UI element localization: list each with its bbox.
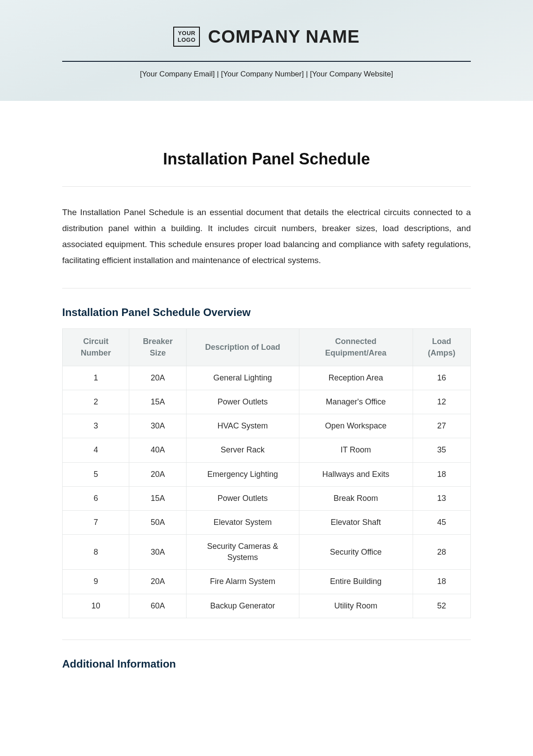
separator-1: | bbox=[215, 70, 221, 78]
table-row: 215APower OutletsManager's Office12 bbox=[63, 390, 471, 414]
table-cell: 12 bbox=[413, 390, 471, 414]
table-cell: 40A bbox=[129, 438, 187, 462]
table-cell: 27 bbox=[413, 414, 471, 438]
table-cell: Security Cameras & Systems bbox=[186, 535, 299, 570]
table-cell: 20A bbox=[129, 570, 187, 594]
table-cell: 20A bbox=[129, 366, 187, 390]
contact-website: [Your Company Website] bbox=[310, 70, 393, 78]
table-cell: Elevator System bbox=[186, 510, 299, 534]
col-circuit-number: Circuit Number bbox=[63, 329, 129, 366]
additional-heading: Additional Information bbox=[62, 658, 471, 670]
intro-paragraph: The Installation Panel Schedule is an es… bbox=[62, 204, 471, 268]
table-cell: 45 bbox=[413, 510, 471, 534]
table-row: 440AServer RackIT Room35 bbox=[63, 438, 471, 462]
table-cell: Open Workspace bbox=[299, 414, 413, 438]
table-cell: 9 bbox=[63, 570, 129, 594]
table-cell: Reception Area bbox=[299, 366, 413, 390]
page-title: Installation Panel Schedule bbox=[62, 150, 471, 168]
title-divider bbox=[62, 186, 471, 187]
table-cell: 3 bbox=[63, 414, 129, 438]
table-cell: 10 bbox=[63, 594, 129, 618]
table-cell: 1 bbox=[63, 366, 129, 390]
table-row: 920AFire Alarm SystemEntire Building18 bbox=[63, 570, 471, 594]
table-cell: Fire Alarm System bbox=[186, 570, 299, 594]
table-cell: IT Room bbox=[299, 438, 413, 462]
table-cell: 13 bbox=[413, 486, 471, 510]
table-cell: 35 bbox=[413, 438, 471, 462]
table-cell: Security Office bbox=[299, 535, 413, 570]
content: Installation Panel Schedule The Installa… bbox=[62, 101, 471, 707]
logo-line-1: YOUR bbox=[178, 30, 195, 36]
company-name: COMPANY NAME bbox=[208, 27, 360, 47]
separator-2: | bbox=[304, 70, 310, 78]
table-cell: Server Rack bbox=[186, 438, 299, 462]
table-cell: 30A bbox=[129, 414, 187, 438]
contact-line: [Your Company Email] | [Your Company Num… bbox=[62, 70, 471, 79]
table-row: 120AGeneral LightingReception Area16 bbox=[63, 366, 471, 390]
table-row: 1060ABackup GeneratorUtility Room52 bbox=[63, 594, 471, 618]
table-cell: 20A bbox=[129, 462, 187, 486]
table-cell: 52 bbox=[413, 594, 471, 618]
table-cell: Hallways and Exits bbox=[299, 462, 413, 486]
table-cell: 16 bbox=[413, 366, 471, 390]
col-description: Description of Load bbox=[186, 329, 299, 366]
contact-email: [Your Company Email] bbox=[140, 70, 215, 78]
header-inner: YOUR LOGO COMPANY NAME [Your Company Ema… bbox=[62, 27, 471, 79]
table-cell: 28 bbox=[413, 535, 471, 570]
header-band: YOUR LOGO COMPANY NAME [Your Company Ema… bbox=[0, 0, 533, 101]
table-cell: Elevator Shaft bbox=[299, 510, 413, 534]
table-divider bbox=[62, 640, 471, 640]
table-cell: 60A bbox=[129, 594, 187, 618]
table-row: 830ASecurity Cameras & SystemsSecurity O… bbox=[63, 535, 471, 570]
table-header-row: Circuit Number Breaker Size Description … bbox=[63, 329, 471, 366]
table-cell: 4 bbox=[63, 438, 129, 462]
overview-heading: Installation Panel Schedule Overview bbox=[62, 306, 471, 319]
table-cell: Backup Generator bbox=[186, 594, 299, 618]
header-divider bbox=[62, 61, 471, 62]
table-cell: HVAC System bbox=[186, 414, 299, 438]
table-cell: 5 bbox=[63, 462, 129, 486]
table-row: 520AEmergency LightingHallways and Exits… bbox=[63, 462, 471, 486]
table-row: 330AHVAC SystemOpen Workspace27 bbox=[63, 414, 471, 438]
table-cell: 18 bbox=[413, 462, 471, 486]
table-cell: 15A bbox=[129, 390, 187, 414]
table-cell: Manager's Office bbox=[299, 390, 413, 414]
intro-divider bbox=[62, 288, 471, 288]
table-cell: 2 bbox=[63, 390, 129, 414]
table-cell: 8 bbox=[63, 535, 129, 570]
table-cell: 30A bbox=[129, 535, 187, 570]
panel-schedule-table: Circuit Number Breaker Size Description … bbox=[62, 328, 471, 618]
logo-row: YOUR LOGO COMPANY NAME bbox=[62, 27, 471, 47]
table-cell: 6 bbox=[63, 486, 129, 510]
table-cell: Emergency Lighting bbox=[186, 462, 299, 486]
table-cell: 50A bbox=[129, 510, 187, 534]
table-cell: Break Room bbox=[299, 486, 413, 510]
table-cell: General Lighting bbox=[186, 366, 299, 390]
table-cell: Utility Room bbox=[299, 594, 413, 618]
logo-placeholder: YOUR LOGO bbox=[173, 27, 200, 47]
col-load-amps: Load (Amps) bbox=[413, 329, 471, 366]
table-cell: 7 bbox=[63, 510, 129, 534]
table-row: 750AElevator SystemElevator Shaft45 bbox=[63, 510, 471, 534]
col-breaker-size: Breaker Size bbox=[129, 329, 187, 366]
table-cell: 15A bbox=[129, 486, 187, 510]
table-cell: Power Outlets bbox=[186, 390, 299, 414]
table-cell: Entire Building bbox=[299, 570, 413, 594]
table-cell: 18 bbox=[413, 570, 471, 594]
col-connected-area: Connected Equipment/Area bbox=[299, 329, 413, 366]
table-row: 615APower OutletsBreak Room13 bbox=[63, 486, 471, 510]
logo-line-2: LOGO bbox=[178, 37, 195, 43]
table-cell: Power Outlets bbox=[186, 486, 299, 510]
contact-number: [Your Company Number] bbox=[221, 70, 303, 78]
